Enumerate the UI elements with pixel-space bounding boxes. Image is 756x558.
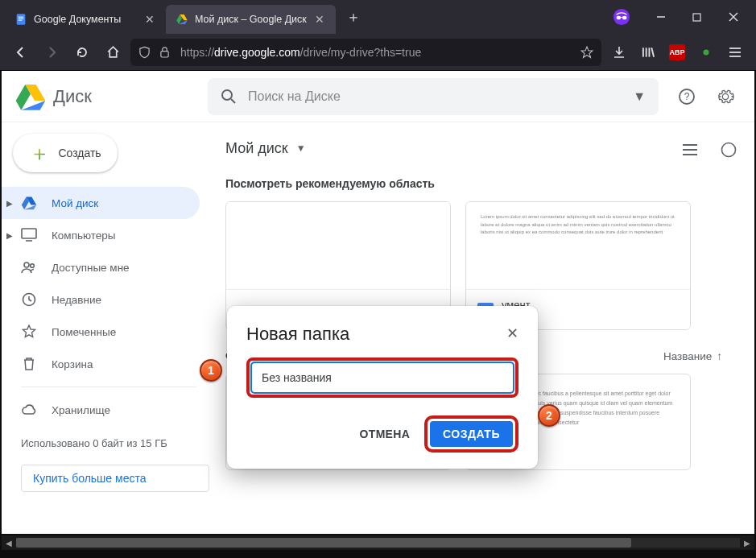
svg-rect-10 — [621, 17, 623, 18]
annotation-highlight-1 — [246, 358, 518, 398]
abp-extension[interactable]: ABP — [664, 39, 690, 65]
new-folder-dialog: Новая папка ✕ ОТМЕНА СОЗДАТЬ — [227, 306, 538, 469]
downloads-icon[interactable] — [606, 39, 632, 65]
new-tab-button[interactable]: ＋ — [341, 4, 366, 30]
tab-title: Google Документы — [34, 14, 137, 25]
horizontal-scrollbar[interactable]: ◀ ▶ — [2, 535, 754, 550]
scroll-left-icon[interactable]: ◀ — [2, 535, 16, 550]
svg-rect-1 — [19, 17, 24, 18]
close-icon[interactable]: ✕ — [501, 322, 523, 345]
svg-point-9 — [622, 16, 627, 20]
cancel-button[interactable]: ОТМЕНА — [360, 428, 410, 440]
reload-button[interactable] — [69, 39, 95, 65]
window-minimize[interactable] — [642, 4, 679, 30]
svg-point-20 — [704, 49, 709, 55]
close-icon[interactable]: ✕ — [313, 13, 326, 26]
extension-dot[interactable] — [693, 39, 719, 65]
svg-point-8 — [617, 16, 622, 20]
shield-icon[interactable] — [138, 46, 151, 59]
tab-google-docs[interactable]: Google Документы ✕ — [5, 5, 166, 34]
home-button[interactable] — [100, 39, 126, 65]
hamburger-menu[interactable] — [722, 39, 748, 65]
url-bar[interactable]: https://drive.google.com/drive/my-drive?… — [130, 39, 601, 66]
window-maximize[interactable] — [679, 4, 715, 30]
forward-button[interactable] — [39, 39, 64, 65]
dialog-title: Новая папка — [246, 324, 518, 345]
create-folder-button[interactable]: СОЗДАТЬ — [430, 421, 513, 447]
url-text: https://drive.google.com/drive/my-drive?… — [180, 46, 572, 59]
svg-line-19 — [651, 48, 654, 56]
svg-rect-3 — [19, 20, 23, 21]
svg-rect-15 — [161, 52, 168, 57]
window-close[interactable] — [715, 4, 751, 30]
bookmark-icon[interactable] — [580, 46, 593, 59]
tab-google-drive[interactable]: Мой диск – Google Диск ✕ — [166, 5, 336, 34]
library-icon[interactable] — [635, 39, 661, 65]
annotation-highlight-2: СОЗДАТЬ — [424, 415, 518, 453]
svg-rect-0 — [17, 14, 26, 24]
close-icon[interactable]: ✕ — [143, 13, 156, 26]
folder-name-input[interactable] — [251, 362, 514, 393]
scroll-right-icon[interactable]: ▶ — [740, 535, 754, 550]
svg-rect-12 — [693, 14, 700, 21]
incognito-icon — [609, 4, 634, 30]
page-content: Диск ▼ ? ＋ Создать ▶ Мой диск — [2, 71, 754, 534]
drive-favicon — [176, 13, 188, 26]
back-button[interactable] — [8, 39, 34, 65]
tab-title: Мой диск – Google Диск — [195, 14, 307, 25]
svg-rect-2 — [19, 19, 24, 19]
annotation-badge-2: 2 — [538, 404, 560, 427]
browser-toolbar: https://drive.google.com/drive/my-drive?… — [0, 34, 756, 71]
scroll-thumb[interactable] — [16, 538, 631, 548]
tabstrip: Google Документы ✕ Мой диск – Google Дис… — [0, 0, 756, 34]
docs-favicon — [14, 13, 27, 26]
scroll-track[interactable] — [16, 538, 740, 548]
lock-icon[interactable] — [159, 46, 172, 58]
annotation-badge-1: 1 — [200, 359, 222, 382]
